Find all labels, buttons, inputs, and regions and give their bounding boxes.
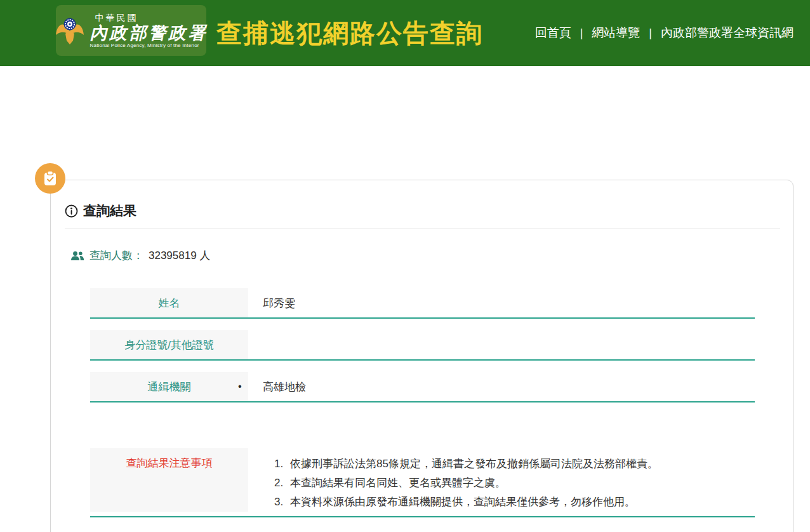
agency-value: 高雄地檢 — [263, 380, 306, 394]
nav-separator: | — [580, 27, 583, 40]
notice-row: 查詢結果注意事項 依據刑事訴訟法第85條規定，通緝書之發布及撤銷係屬司法院及法務… — [90, 448, 755, 517]
table-row-wanted-agency: 通緝機關 • 高雄地檢 — [90, 372, 755, 402]
result-heading: 查詢結果 — [83, 202, 136, 220]
query-count-value: 32395819 人 — [149, 248, 210, 263]
logo-country-text: 中華民國 — [95, 13, 138, 23]
notice-list: 依據刑事訴訟法第85條規定，通緝書之發布及撤銷係屬司法院及法務部權責。 本查詢結… — [263, 448, 658, 512]
row-label: 通緝機關 — [90, 372, 248, 401]
row-label: 身分證號/其他證號 — [90, 330, 248, 359]
heading-divider — [65, 229, 780, 229]
police-badge-icon — [55, 15, 85, 46]
row-value — [248, 330, 755, 359]
bullet-marker: • — [238, 381, 242, 392]
nav-separator: | — [649, 27, 652, 40]
row-value: 邱秀雯 — [248, 288, 755, 317]
users-icon — [70, 251, 84, 261]
result-card: 查詢結果 查詢人數： 32395819 人 姓名 邱秀雯 身分證號/其他證號 通… — [50, 180, 793, 532]
nav-home-link[interactable]: 回首頁 — [535, 25, 571, 41]
notice-content: 依據刑事訴訟法第85條規定，通緝書之發布及撤銷係屬司法院及法務部權責。 本查詢結… — [248, 448, 755, 512]
nav-sitemap-link[interactable]: 網站導覽 — [592, 25, 640, 41]
notice-item: 本資料來源係由原發布通緝機關提供，查詢結果僅供參考，勿移作他用。 — [286, 493, 658, 512]
row-value: • 高雄地檢 — [248, 372, 755, 401]
agency-logo[interactable]: 中華民國 內政部警政署 National Police Agency, Mini… — [56, 5, 206, 56]
notice-label: 查詢結果注意事項 — [90, 448, 248, 512]
logo-agency-name-en: National Police Agency, Ministry of the … — [90, 43, 199, 48]
header-nav: 回首頁 | 網站導覽 | 內政部警政署全球資訊網 — [535, 25, 793, 41]
page-title: 查捕逃犯網路公告查詢 — [216, 16, 483, 51]
table-row-id-number: 身分證號/其他證號 — [90, 330, 755, 361]
clipboard-check-icon — [35, 163, 65, 194]
nav-npa-global-site-link[interactable]: 內政部警政署全球資訊網 — [661, 25, 793, 41]
table-row-name: 姓名 邱秀雯 — [90, 288, 755, 319]
site-header: 中華民國 內政部警政署 National Police Agency, Mini… — [0, 0, 810, 66]
notice-item: 依據刑事訴訟法第85條規定，通緝書之發布及撤銷係屬司法院及法務部權責。 — [286, 455, 658, 474]
query-count-label: 查詢人數： — [90, 248, 143, 263]
row-label: 姓名 — [90, 288, 248, 317]
info-icon — [65, 204, 78, 218]
result-table: 姓名 邱秀雯 身分證號/其他證號 通緝機關 • 高雄地檢 查詢結果注意事項 依據… — [90, 288, 755, 517]
result-heading-row: 查詢結果 — [65, 202, 793, 220]
query-count-line: 查詢人數： 32395819 人 — [70, 248, 793, 263]
logo-agency-name: 內政部警政署 — [90, 23, 208, 43]
notice-item: 本查詢結果有同名同姓、更名或異體字之虞。 — [286, 474, 658, 493]
